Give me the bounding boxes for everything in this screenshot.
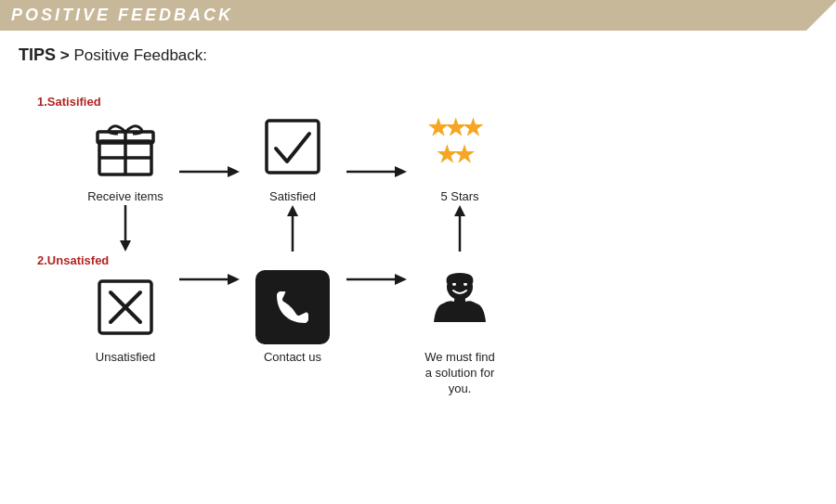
tips-keyword: TIPS xyxy=(19,45,56,64)
svg-marker-24 xyxy=(228,274,240,285)
contact-item: Contact us xyxy=(242,270,344,366)
arrow-right-4 xyxy=(344,270,409,289)
stars-label: 5 Stars xyxy=(440,189,478,205)
svg-marker-10 xyxy=(446,117,466,136)
down-arrow-icon xyxy=(116,205,135,252)
checkmark-icon xyxy=(255,110,330,184)
receive-label: Receive items xyxy=(87,189,163,205)
arrow-right-3 xyxy=(176,270,242,289)
down-arrow-col xyxy=(74,205,176,252)
svg-marker-11 xyxy=(463,117,483,136)
svg-rect-6 xyxy=(267,121,319,173)
unsatisfied-label: Unsatisfied xyxy=(96,350,155,366)
solution-item: We must find a solution for you. xyxy=(409,270,511,397)
phone-box xyxy=(255,270,330,344)
vertical-arrows-row xyxy=(74,205,799,252)
satisfied-label: Satisfied xyxy=(269,189,316,205)
header-banner: POSITIVE FEEDBACK xyxy=(0,0,836,31)
solution-label: We must find a solution for you. xyxy=(425,350,495,397)
bottom-row: Unsatisfied xyxy=(74,270,799,397)
svg-marker-17 xyxy=(287,205,298,216)
svg-marker-5 xyxy=(228,166,240,177)
flow-diagram: 1.Satisified xyxy=(19,84,817,407)
up-arrow-col-2 xyxy=(409,205,511,252)
svg-marker-9 xyxy=(428,117,449,136)
svg-marker-12 xyxy=(437,144,457,162)
tips-arrow: > xyxy=(60,46,74,64)
svg-rect-30 xyxy=(454,298,465,305)
stars-item: 5 Stars xyxy=(409,110,511,205)
header-title: POSITIVE FEEDBACK xyxy=(11,6,233,25)
top-row: Receive items Satisfied xyxy=(74,110,799,205)
phone-icon xyxy=(255,270,330,344)
up-arrow-icon xyxy=(283,205,302,252)
up-arrow-col xyxy=(242,205,344,252)
svg-marker-13 xyxy=(454,144,475,162)
tips-text: Positive Feedback: xyxy=(73,46,207,64)
step1-label: 1.Satisified xyxy=(37,95,101,109)
svg-marker-26 xyxy=(395,274,407,285)
up-arrow-icon-2 xyxy=(451,205,469,252)
receive-item: Receive items xyxy=(74,110,176,205)
tips-line: TIPS > Positive Feedback: xyxy=(19,45,817,65)
step2-label: 2.Unsatisfed xyxy=(37,253,109,267)
svg-marker-15 xyxy=(120,240,131,252)
svg-marker-19 xyxy=(454,205,465,216)
content-area: TIPS > Positive Feedback: 1.Satisified xyxy=(0,31,836,416)
unsatisfied-item: Unsatisfied xyxy=(74,270,176,366)
gift-icon xyxy=(88,110,163,184)
svg-marker-8 xyxy=(395,166,407,177)
contact-label: Contact us xyxy=(264,350,321,366)
arrow-right-1 xyxy=(176,162,242,181)
arrow-right-2 xyxy=(344,162,409,181)
x-icon xyxy=(88,270,163,344)
person-icon xyxy=(423,270,497,344)
satisfied-item: Satisfied xyxy=(242,110,344,205)
stars-icon xyxy=(423,110,497,184)
